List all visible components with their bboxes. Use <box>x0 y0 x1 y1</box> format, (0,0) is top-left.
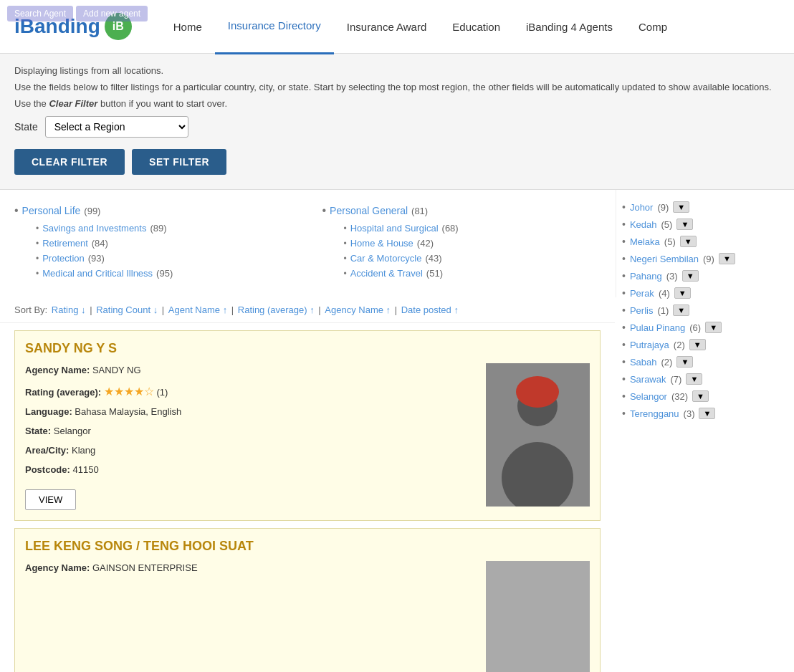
region-putrajaya-link[interactable]: Putrajaya <box>630 340 669 350</box>
subcat-home: • Home & House (42) <box>344 238 602 249</box>
region-perak-toggle[interactable]: ▼ <box>674 287 691 299</box>
subcat-medical-link[interactable]: Medical and Critical Illness <box>42 268 153 279</box>
region-perlis-toggle[interactable]: ▼ <box>673 304 689 316</box>
sort-agency-name[interactable]: Agency Name ↑ <box>325 304 391 315</box>
subcat-list-right: • Hospital and Surgical (68) • Home & Ho… <box>322 223 602 279</box>
cat-personal-life-header: • Personal Life (99) <box>14 204 294 217</box>
region-sabah: • Sabah (2) ▼ <box>622 356 787 368</box>
listing-1-photo <box>486 363 590 507</box>
subcat-medical: • Medical and Critical Illness (95) <box>36 268 294 279</box>
region-ns-link[interactable]: Negeri Sembilan <box>630 254 699 264</box>
region-sarawak-link[interactable]: Sarawak <box>630 374 666 385</box>
header: Search Agent Add new agent iBanding iB H… <box>0 0 794 54</box>
sort-rating-avg[interactable]: Rating (average) ↑ <box>238 304 315 315</box>
nav-education[interactable]: Education <box>439 0 513 54</box>
listing-1-state: State: Selangor <box>25 424 472 439</box>
region-sabah-link[interactable]: Sabah <box>630 357 657 368</box>
cat-personal-general-header: • Personal General (81) <box>322 204 602 217</box>
bullet-personal-life: • <box>14 204 19 217</box>
cat-personal-life-link[interactable]: Personal Life <box>22 205 81 216</box>
clear-filter-bold: Clear Filter <box>49 98 97 109</box>
region-perak-link[interactable]: Perak <box>630 288 654 299</box>
region-terengganu-toggle[interactable]: ▼ <box>699 408 715 419</box>
filter-section: Displaying listings from all locations. … <box>0 54 794 190</box>
region-ns-toggle[interactable]: ▼ <box>719 253 735 264</box>
area-label: Area/City: <box>25 445 72 456</box>
region-sarawak-toggle[interactable]: ▼ <box>686 373 702 385</box>
region-pp-toggle[interactable]: ▼ <box>705 322 722 333</box>
categories-grid: • Personal Life (99) • Savings and Inves… <box>14 204 601 283</box>
subcat-retirement-count: (84) <box>92 238 108 249</box>
region-sarawak-count: (7) <box>670 374 681 385</box>
region-sabah-count: (2) <box>661 357 673 368</box>
region-johor-toggle[interactable]: ▼ <box>673 201 689 213</box>
add-new-agent-button[interactable]: Add new agent <box>76 6 148 21</box>
subcat-hospital-link[interactable]: Hospital and Surgical <box>350 223 439 234</box>
listing-1-agency: Agency Name: SANDY NG <box>25 363 472 378</box>
nav-ibanding-agents[interactable]: iBanding 4 Agents <box>513 0 626 54</box>
sort-rating-count[interactable]: Rating Count ↓ <box>96 304 158 315</box>
content-wrapper: • Personal Life (99) • Savings and Inves… <box>0 190 794 672</box>
nav-insurance-award[interactable]: Insurance Award <box>334 0 439 54</box>
region-putrajaya-toggle[interactable]: ▼ <box>689 339 706 350</box>
clear-filter-button[interactable]: CLEAR FILTER <box>14 149 125 175</box>
set-filter-button[interactable]: SET FILTER <box>132 149 226 175</box>
region-select[interactable]: Select a Region <box>45 116 188 138</box>
subcat-accident-link[interactable]: Accident & Travel <box>350 268 423 279</box>
cat-personal-general-count: (81) <box>411 206 428 216</box>
cat-personal-life-count: (99) <box>84 206 100 216</box>
subcat-home-link[interactable]: Home & House <box>350 238 413 249</box>
filter-buttons: CLEAR FILTER SET FILTER <box>14 149 780 175</box>
subcat-retirement-link[interactable]: Retirement <box>42 238 88 249</box>
subcat-savings-link[interactable]: Savings and Investments <box>42 223 146 234</box>
search-agent-button[interactable]: Search Agent <box>7 6 73 21</box>
region-sabah-toggle[interactable]: ▼ <box>676 356 693 368</box>
subcat-accident-count: (51) <box>426 268 443 279</box>
sort-agent-name[interactable]: Agent Name ↑ <box>168 304 227 315</box>
listing-1-postcode: Postcode: 41150 <box>25 463 472 478</box>
region-pahang-toggle[interactable]: ▼ <box>682 270 699 282</box>
listing-card-2: LEE KENG SONG / TENG HOOI SUAT Agency Na… <box>14 528 601 672</box>
region-johor-link[interactable]: Johor <box>630 202 654 213</box>
logo-shield-letter: iB <box>113 20 124 33</box>
listing-1-area: Area/City: Klang <box>25 443 472 459</box>
region-melaka: • Melaka (5) ▼ <box>622 236 787 247</box>
region-selangor-toggle[interactable]: ▼ <box>692 390 709 402</box>
subcat-protection-link[interactable]: Protection <box>42 253 85 264</box>
region-perlis-count: (1) <box>657 305 669 316</box>
cat-personal-general-link[interactable]: Personal General <box>330 205 408 216</box>
region-terengganu-link[interactable]: Terengganu <box>630 408 679 419</box>
subcat-bullet: • <box>344 239 347 249</box>
region-ns-count: (9) <box>703 254 714 264</box>
subcat-accident: • Accident & Travel (51) <box>344 268 602 279</box>
listing-1-rating: Rating (average): ★★★★☆ (1) <box>25 383 472 401</box>
region-selangor-link[interactable]: Selangor <box>630 391 667 402</box>
subcat-retirement: • Retirement (84) <box>36 238 294 249</box>
bullet-personal-general: • <box>322 204 327 217</box>
listing-1-info: Agency Name: SANDY NG Rating (average): … <box>25 363 472 510</box>
nav-comp[interactable]: Comp <box>626 0 680 54</box>
region-pp-count: (6) <box>689 322 701 333</box>
right-sidebar: • Johor (9) ▼ • Kedah (5) ▼ • Melaka (5)… <box>615 190 794 672</box>
region-pp-link[interactable]: Pulau Pinang <box>630 322 685 333</box>
view-button-1[interactable]: VIEW <box>25 489 76 510</box>
region-selangor-count: (32) <box>671 391 688 402</box>
subcat-bullet: • <box>36 269 39 279</box>
nav-home[interactable]: Home <box>161 0 215 54</box>
sort-date-posted[interactable]: Date posted ↑ <box>401 304 459 315</box>
region-pahang-link[interactable]: Pahang <box>630 271 662 282</box>
listing-2-name: LEE KENG SONG / TENG HOOI SUAT <box>25 539 590 554</box>
region-kedah-toggle[interactable]: ▼ <box>676 219 693 230</box>
region-perlis-link[interactable]: Perlis <box>630 305 654 316</box>
subcat-protection: • Protection (93) <box>36 253 294 264</box>
region-pahang: • Pahang (3) ▼ <box>622 270 787 282</box>
region-melaka-link[interactable]: Melaka <box>630 236 660 247</box>
sort-rating[interactable]: Rating ↓ <box>52 304 86 315</box>
nav-insurance-directory[interactable]: Insurance Directory <box>215 0 334 54</box>
region-johor: • Johor (9) ▼ <box>622 201 787 213</box>
subcat-car-link[interactable]: Car & Motorcycle <box>350 253 422 264</box>
region-kedah-link[interactable]: Kedah <box>630 219 657 230</box>
region-melaka-toggle[interactable]: ▼ <box>680 236 697 247</box>
svg-rect-4 <box>486 561 590 672</box>
lang-label: Language: <box>25 406 75 417</box>
